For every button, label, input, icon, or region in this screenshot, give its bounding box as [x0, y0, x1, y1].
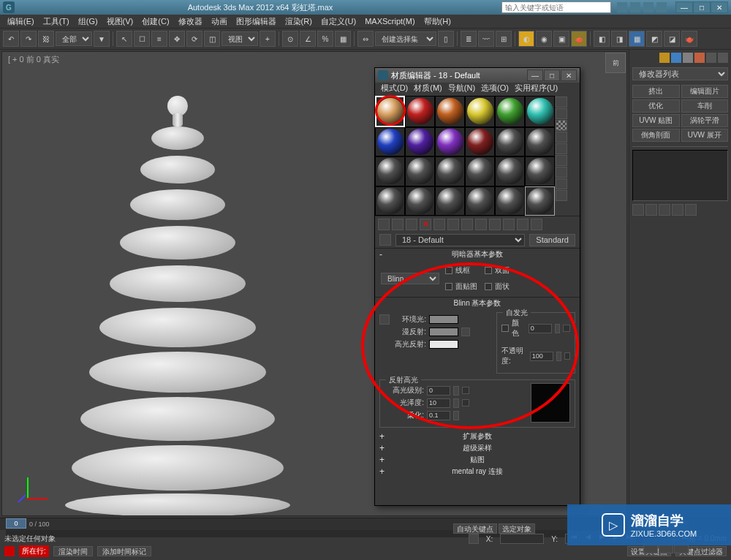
- angle-snap-button[interactable]: ∠: [300, 31, 316, 47]
- mat-map-nav-icon[interactable]: [556, 190, 567, 201]
- hierarchy-tab-icon[interactable]: [683, 53, 693, 63]
- material-slot-6[interactable]: [525, 96, 555, 127]
- material-slot-14[interactable]: [405, 156, 435, 186]
- rollup-extended[interactable]: +扩展参数: [375, 431, 580, 442]
- sample-type-icon[interactable]: [556, 97, 567, 107]
- material-slot-16[interactable]: [465, 156, 495, 186]
- self-illum-value[interactable]: [529, 324, 552, 333]
- select-by-mat-icon[interactable]: [556, 178, 567, 189]
- modifier-stack[interactable]: [632, 150, 728, 201]
- app-icon[interactable]: G: [3, 1, 15, 13]
- stack-unique-icon[interactable]: [659, 204, 670, 216]
- rotate-button[interactable]: ⟳: [186, 31, 202, 47]
- close-button[interactable]: ✕: [711, 1, 728, 13]
- selected-button[interactable]: 选定对象: [499, 523, 535, 534]
- extra4-button[interactable]: ◪: [664, 31, 680, 47]
- self-illum-spinner[interactable]: [555, 324, 561, 333]
- stack-pin-icon[interactable]: [632, 204, 644, 216]
- schematic-button[interactable]: ⊞: [496, 31, 512, 47]
- rollup-maps[interactable]: +贴图: [375, 454, 580, 466]
- script-listener-label[interactable]: 所在行:: [19, 545, 49, 557]
- undo-button[interactable]: ↶: [3, 31, 19, 47]
- glossiness-map[interactable]: [462, 399, 469, 406]
- display-tab-icon[interactable]: [706, 53, 716, 63]
- mat-menu-navigation[interactable]: 导航(N): [445, 83, 478, 96]
- rollup-blinn-header[interactable]: Blinn 基本参数: [375, 298, 580, 309]
- modifier-turbosmooth[interactable]: 涡轮平滑: [681, 114, 729, 127]
- render-time-button[interactable]: 渲染时间: [53, 546, 93, 556]
- options-icon[interactable]: [556, 167, 567, 178]
- sample-uv-icon[interactable]: [556, 132, 567, 143]
- redo-button[interactable]: ↷: [20, 31, 37, 47]
- extra2-button[interactable]: ◨: [611, 31, 627, 47]
- material-slot-11[interactable]: [495, 127, 525, 157]
- menu-tools[interactable]: 工具(T): [39, 16, 74, 27]
- modifier-bevel-profile[interactable]: 倒角剖面: [632, 129, 680, 142]
- utilities-tab-icon[interactable]: [718, 53, 728, 63]
- align-button[interactable]: ▯: [438, 31, 454, 47]
- x-input[interactable]: [500, 534, 544, 544]
- spinner-snap-button[interactable]: ▦: [335, 31, 351, 47]
- opacity-value[interactable]: [530, 352, 553, 361]
- material-slot-5[interactable]: [495, 96, 525, 127]
- ambient-lock-icon[interactable]: [379, 314, 390, 325]
- reset-icon[interactable]: ✕: [420, 219, 431, 230]
- mat-menu-utilities[interactable]: 实用程序(U): [512, 83, 561, 96]
- settings-icon[interactable]: [643, 2, 654, 12]
- face-map-checkbox[interactable]: [445, 283, 452, 290]
- assign-icon[interactable]: [406, 219, 417, 230]
- rollup-shader-header[interactable]: - 明暗器基本参数: [375, 249, 580, 260]
- material-slot-18[interactable]: [525, 156, 555, 186]
- stack-remove-icon[interactable]: [672, 204, 683, 216]
- create-tab-icon[interactable]: [659, 53, 670, 63]
- material-editor-minimize[interactable]: —: [527, 69, 543, 81]
- opacity-spinner[interactable]: [556, 352, 561, 361]
- add-time-tag-button[interactable]: 添加时间标记: [97, 546, 151, 556]
- material-slot-2[interactable]: [405, 96, 435, 127]
- diffuse-lock-icon[interactable]: [461, 328, 470, 336]
- soften-spinner[interactable]: [453, 411, 459, 420]
- coord-button[interactable]: +: [260, 31, 276, 47]
- material-slot-8[interactable]: [405, 127, 435, 157]
- material-name-input[interactable]: 18 - Default: [395, 234, 525, 246]
- go-parent-icon[interactable]: [517, 219, 529, 230]
- mat-menu-modes[interactable]: 模式(D): [378, 83, 411, 96]
- material-editor-title-bar[interactable]: 材质编辑器 - 18 - Default — □ ✕: [375, 68, 580, 83]
- background-icon[interactable]: [556, 120, 567, 131]
- minimize-button[interactable]: —: [675, 1, 693, 13]
- menu-customize[interactable]: 自定义(U): [317, 16, 360, 27]
- maximize-button[interactable]: □: [693, 1, 711, 13]
- scope-dropdown[interactable]: 全部: [56, 31, 92, 46]
- teapot-icon[interactable]: 🫖: [681, 31, 697, 47]
- material-slot-21[interactable]: [435, 186, 465, 216]
- spec-level-map[interactable]: [462, 387, 469, 394]
- rollup-supersampling[interactable]: +超级采样: [375, 442, 580, 454]
- glossiness-input[interactable]: [427, 398, 450, 408]
- self-illum-map[interactable]: [563, 325, 570, 332]
- ambient-swatch[interactable]: [429, 315, 458, 324]
- material-slot-7[interactable]: [375, 127, 405, 157]
- layers-button[interactable]: ≣: [461, 31, 477, 47]
- view-dropdown[interactable]: 视图: [221, 31, 258, 46]
- info-icon[interactable]: [656, 2, 667, 12]
- put-to-lib-icon[interactable]: [461, 219, 473, 230]
- mirror-button[interactable]: ⇔: [357, 31, 374, 47]
- help-icon[interactable]: [617, 2, 627, 12]
- material-slot-23[interactable]: [495, 186, 525, 216]
- diffuse-swatch[interactable]: [429, 328, 458, 336]
- script-error-icon[interactable]: [4, 546, 15, 556]
- modifier-list-dropdown[interactable]: 修改器列表: [632, 67, 728, 80]
- pick-material-icon[interactable]: [379, 234, 391, 246]
- menu-graph[interactable]: 图形编辑器: [232, 16, 281, 27]
- menu-edit[interactable]: 编辑(E): [3, 16, 39, 27]
- view-cube[interactable]: 前: [605, 53, 626, 73]
- modifier-lathe[interactable]: 车削: [681, 99, 729, 113]
- menu-modifiers[interactable]: 修改器: [174, 16, 207, 27]
- rollup-mentalray[interactable]: +mental ray 连接: [375, 466, 580, 477]
- modifier-optimize[interactable]: 优化: [632, 99, 680, 113]
- self-illum-color-checkbox[interactable]: [501, 325, 509, 332]
- snap-button[interactable]: ⊙: [282, 31, 298, 47]
- go-forward-icon[interactable]: [531, 219, 542, 230]
- shader-dropdown[interactable]: Blinn: [381, 273, 439, 284]
- preview-icon[interactable]: [556, 155, 567, 166]
